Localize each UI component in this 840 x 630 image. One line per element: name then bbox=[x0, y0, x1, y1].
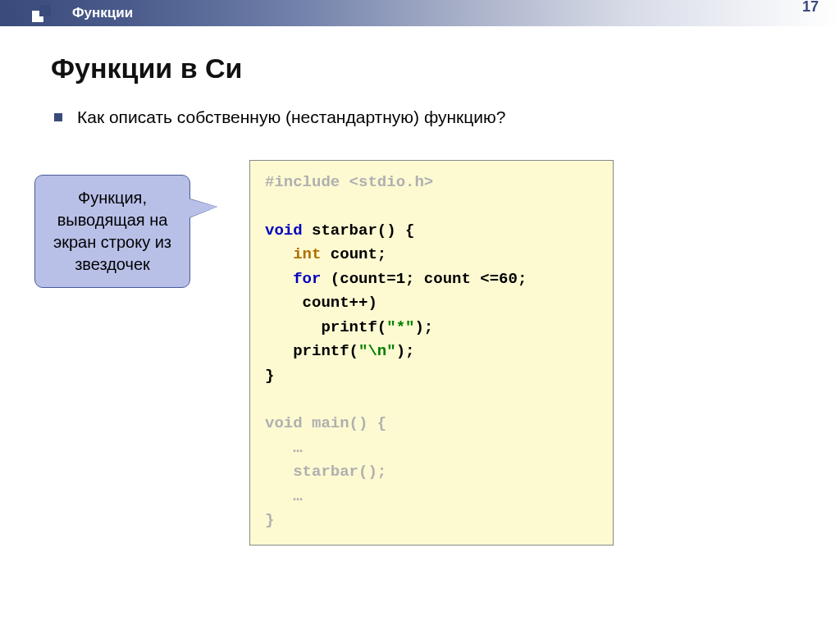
code-text: count++) bbox=[265, 294, 377, 312]
code-text: printf( bbox=[265, 342, 358, 360]
code-text: count; bbox=[321, 245, 386, 263]
page-title: Функции в Си bbox=[51, 52, 789, 84]
code-line: #include <stdio.h> bbox=[265, 173, 433, 191]
code-text: } bbox=[265, 367, 274, 385]
code-line: void main() { bbox=[265, 414, 386, 432]
code-text: (count=1; count <=60; bbox=[321, 270, 527, 288]
page-number: 17 bbox=[802, 0, 819, 16]
code-line: … bbox=[265, 439, 303, 457]
code-string: "*" bbox=[386, 318, 414, 336]
callout-bubble: Функция, выводящая на экран строку из зв… bbox=[34, 175, 190, 288]
code-text bbox=[265, 245, 293, 263]
code-line: … bbox=[265, 487, 303, 505]
header-label: Функции bbox=[72, 5, 133, 21]
code-keyword: for bbox=[293, 270, 321, 288]
code-text: printf( bbox=[265, 318, 386, 336]
callout-tail-icon bbox=[188, 199, 217, 218]
code-text bbox=[265, 270, 293, 288]
code-text: ); bbox=[396, 342, 415, 360]
slide-header: Функции 17 bbox=[0, 0, 840, 26]
code-text: starbar() { bbox=[303, 221, 415, 240]
code-string: "\n" bbox=[358, 342, 396, 360]
bullet-text: Как описать собственную (нестандартную) … bbox=[77, 107, 505, 127]
code-block: #include <stdio.h> void starbar() { int … bbox=[249, 160, 614, 546]
code-line: } bbox=[265, 511, 274, 529]
code-line: starbar(); bbox=[265, 463, 386, 481]
callout-text: Функция, выводящая на экран строку из зв… bbox=[53, 189, 171, 273]
code-type: int bbox=[293, 245, 321, 263]
slide-content: Функции в Си Как описать собственную (не… bbox=[0, 26, 840, 546]
bullet-icon bbox=[54, 113, 62, 121]
code-text: ); bbox=[414, 318, 433, 336]
body-row: Функция, выводящая на экран строку из зв… bbox=[51, 160, 789, 546]
code-keyword: void bbox=[265, 221, 303, 240]
bullet-item: Как описать собственную (нестандартную) … bbox=[51, 107, 789, 127]
